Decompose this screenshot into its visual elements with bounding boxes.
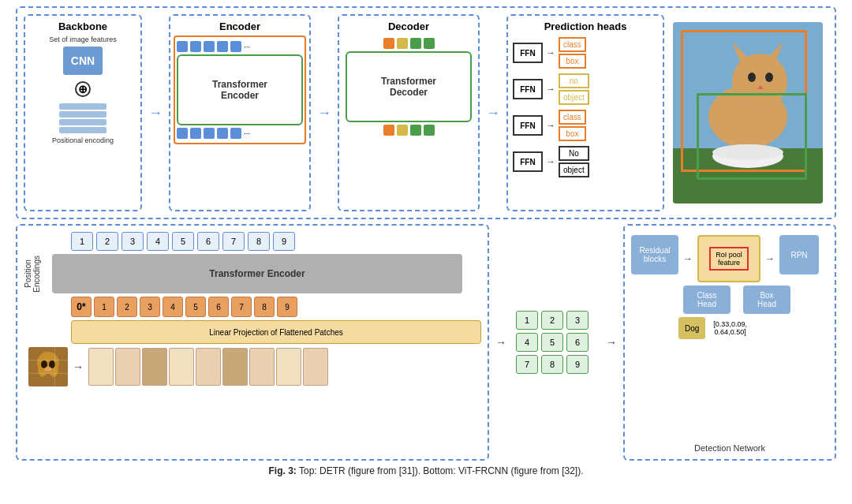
svg-point-17 [44,367,52,371]
pred-row-3: FFN → class box [513,110,658,141]
arrow-roi-rpn: → [765,253,775,264]
dog-label: Dog [678,317,705,339]
vit-tokens-row: 0* 1 2 3 4 5 6 7 8 9 [71,297,481,317]
arrow-res-roi: → [683,253,693,264]
stack-layer-1 [59,103,106,110]
arrow-right-1: → [546,47,555,58]
caption-bold: Fig. 3: [268,465,296,476]
pred-class-2: class [559,110,586,125]
patch-1 [88,348,114,386]
arrow-right-3: → [546,120,555,131]
stack-layer-3 [59,119,106,125]
roi-box: RoI poolfeature [697,235,760,282]
bottom-middle: → 1 2 3 4 5 6 7 8 9 [495,224,617,461]
ffn-box-2: FFN [513,79,543,99]
num-grid-row-2: 4 5 6 [516,333,589,352]
num-4: 4 [147,232,169,251]
cat-green-border [697,93,807,180]
sq-blue-5 [230,41,241,52]
cat-image-area [669,14,827,211]
detection-title: Detection Network [631,443,828,453]
det-top-row: Residualblocks → RoI poolfeature → RPN [631,235,828,282]
sq-green-b1 [410,125,421,136]
num-3: 3 [121,232,144,251]
dog-svg [28,347,68,386]
transformer-encoder-box: TransformerEncoder [177,54,303,125]
arrow-vit-grid: → [495,336,506,349]
pred-object-2: object [559,162,589,177]
token-9: 9 [277,297,297,317]
encoder-decoder-connector: → [316,14,333,211]
pred-no-2: No [559,146,589,161]
token-7: 7 [231,297,252,317]
pred-box-2: box [559,126,586,141]
backbone-middle: ⊕ [75,78,91,100]
transformer-enc-big: Transformer Encoder [52,254,462,293]
sq-blue-1 [177,41,188,52]
num-grid-row-1: 1 2 3 [516,311,589,330]
num-2: 2 [96,232,118,251]
token-6: 6 [208,297,229,317]
num-6: 6 [197,232,219,251]
decoder-bottom-squares [383,125,435,136]
patch-9 [303,348,328,386]
prediction-area: Prediction heads FFN → class box FFN → n… [506,14,664,211]
stack-layer-4 [59,127,106,133]
grid-num-8: 8 [541,355,563,374]
stack-box [59,103,106,133]
num-9: 9 [273,232,295,251]
patch-6 [222,348,248,386]
pred-row-2: FFN → no object [513,73,658,105]
patch-5 [196,348,221,386]
arrow-right-2: → [546,84,555,95]
token-0star: 0* [71,297,92,317]
token-8: 8 [254,297,275,317]
class-head-box: ClassHead [683,286,731,314]
sq-blue-4 [217,41,228,52]
position-label: PositionEncodings [24,256,47,293]
sq-blue-b3 [204,128,215,139]
vit-top-numbers: 1 2 3 4 5 6 7 8 9 [71,232,481,251]
grid-num-5: 5 [541,333,563,352]
sq-blue-3 [204,41,215,52]
patch-3 [142,348,167,386]
main-container: Backbone Set of image features CNN ⊕ Pos… [0,0,852,504]
pred-row-4: FFN → No object [513,146,658,177]
det-second-row: ClassHead BoxHead [683,286,828,314]
transformer-decoder-box: TransformerDecoder [346,51,472,122]
encoder-bottom-squares: ··· [177,128,303,139]
sq-orange-b1 [383,125,394,136]
pred-row-1: FFN → class box [513,37,658,69]
decoder-area: Decoder TransformerDecoder [338,14,480,211]
backbone-title: Backbone [58,21,107,32]
dog-image [28,347,68,386]
plus-circle: ⊕ [75,81,91,97]
sq-green-2 [424,38,435,49]
token-2: 2 [117,297,137,317]
enc-orange-border: ··· TransformerEncoder ··· [174,35,306,144]
token-5: 5 [185,297,206,317]
num-7: 7 [222,232,245,251]
patch-7 [249,348,275,386]
sq-green-1 [410,38,421,49]
encoder-title: Encoder [219,21,260,32]
pred-class-1: class [559,37,586,52]
rpn-box: RPN [779,235,819,274]
num-5: 5 [172,232,194,251]
num-grid-row-3: 7 8 9 [516,355,589,374]
top-section: Backbone Set of image features CNN ⊕ Pos… [16,6,836,219]
pred-no-1: no [559,73,589,88]
caption-text: Top: DETR (figure from [31]). Bottom: Vi… [299,465,584,476]
det-third-row: Dog [0.33,0.09,0.64,0.50] [678,317,828,339]
patch-2 [115,348,140,386]
token-star: 0* [77,301,85,312]
token-4: 4 [163,297,183,317]
ffn-box-3: FFN [513,115,543,136]
sq-blue-b5 [230,128,241,139]
encoder-area: Encoder ··· TransformerEncoder [169,14,311,211]
token-1: 1 [94,297,114,317]
backbone-encoder-connector: → [147,14,164,211]
stack-layer-2 [59,111,106,118]
pred-box-1: box [559,54,586,69]
grid-num-9: 9 [566,355,589,374]
